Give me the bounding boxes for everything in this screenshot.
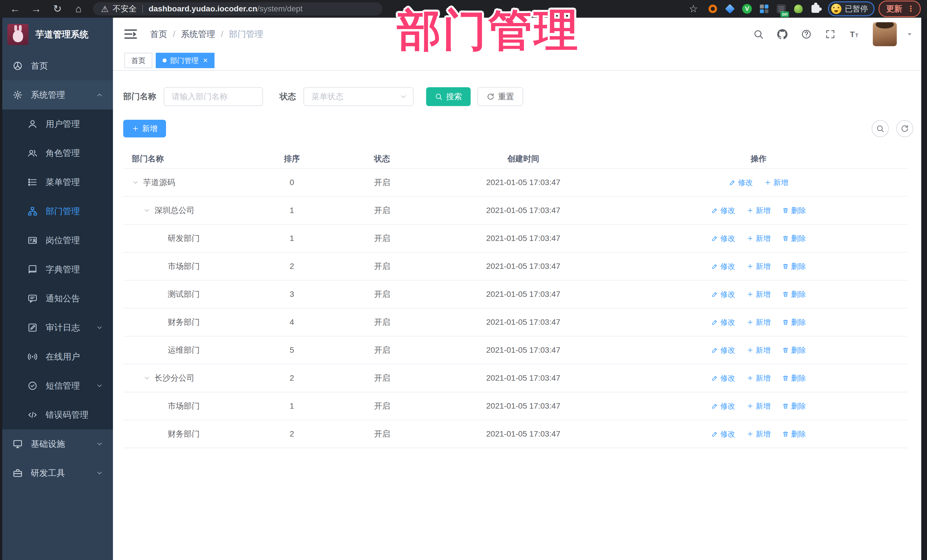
row-action-add[interactable]: 新增 [747,401,771,411]
bookmark-star-icon[interactable]: ☆ [689,3,698,15]
row-action-edit[interactable]: 修改 [729,178,753,188]
dept-name: 芋道源码 [143,177,175,188]
browser-menu-kebab-icon[interactable]: ⋮ [907,5,915,13]
extension-grid-icon[interactable] [759,3,769,14]
dept-name-cell: 运维部门 [123,345,257,355]
row-action-add[interactable]: 新增 [747,345,771,355]
row-action-edit[interactable]: 修改 [711,206,736,216]
row-action-delete[interactable]: 删除 [782,261,806,272]
sidebar-item-user[interactable]: 用户管理 [0,109,113,138]
sidebar-item-errcode[interactable]: 错误码管理 [0,400,113,429]
sidebar-item-sms[interactable]: 短信管理 [0,371,113,400]
sidebar-item-infra[interactable]: 基础设施 [0,429,113,458]
dept-name-cell: 财务部门 [123,317,257,328]
expand-arrow-icon[interactable] [143,207,150,214]
avatar-caret-down-icon[interactable] [906,30,913,38]
row-action-delete[interactable]: 删除 [782,345,806,355]
tab-部门管理[interactable]: 部门管理× [156,53,214,68]
browser-update-button[interactable]: 更新 ⋮ [878,1,921,17]
row-action-edit[interactable]: 修改 [711,317,736,327]
row-action-edit[interactable]: 修改 [711,429,736,439]
sidebar-item-system[interactable]: 系统管理 [0,80,113,109]
dept-name-input[interactable] [164,87,263,106]
font-size-icon[interactable]: TT [849,29,860,39]
sidebar-collapse-icon[interactable] [125,29,137,39]
status-cell: 开启 [327,289,437,300]
sidebar-item-online[interactable]: 在线用户 [0,342,113,371]
system-icon [12,90,23,100]
row-action-edit[interactable]: 修改 [711,290,736,299]
row-action-add[interactable]: 新增 [747,206,771,216]
browser-back-icon[interactable]: ← [5,0,26,18]
sidebar-logo[interactable]: 芋道管理系统 [0,18,113,51]
browser-reload-icon[interactable]: ↻ [47,0,68,18]
sidebar-item-role[interactable]: 角色管理 [0,138,113,168]
row-action-edit[interactable]: 修改 [711,373,736,383]
breadcrumb-item[interactable]: 首页 [150,29,167,40]
actions-cell: 修改新增删除 [609,290,907,299]
extension-orange-icon[interactable] [707,3,718,14]
reset-button[interactable]: 重置 [477,87,523,106]
sidebar-item-notice[interactable]: 通知公告 [0,284,113,313]
sidebar-item-home[interactable]: 首页 [0,51,113,80]
row-action-edit[interactable]: 修改 [711,401,736,411]
breadcrumb: 首页/系统管理/部门管理 [150,29,263,40]
chevron-up-icon [96,91,103,99]
github-icon[interactable] [777,29,788,39]
browser-home-icon[interactable]: ⌂ [68,0,89,18]
breadcrumb-item[interactable]: 系统管理 [181,29,215,40]
row-action-add[interactable]: 新增 [747,234,771,243]
user-avatar[interactable] [873,22,897,46]
row-action-add[interactable]: 新增 [747,429,771,439]
show-search-toggle-button[interactable] [872,120,889,137]
row-action-add[interactable]: 新增 [764,178,789,188]
url-bar[interactable]: ⚠ 不安全 dashboard.yudao.iocoder.cn/system/… [93,2,383,15]
extension-figure-icon[interactable] [793,3,804,14]
row-action-delete[interactable]: 删除 [782,373,806,383]
add-button[interactable]: 新增 [123,120,166,137]
sidebar-item-label: 在线用户 [46,351,80,363]
row-action-edit[interactable]: 修改 [711,261,736,272]
status-select[interactable]: 菜单状态 [304,87,413,106]
search-icon[interactable] [753,29,764,39]
sidebar-item-menu[interactable]: 菜单管理 [0,168,113,197]
row-action-delete[interactable]: 删除 [782,429,806,439]
row-action-edit[interactable]: 修改 [711,345,736,355]
browser-forward-icon[interactable]: → [26,0,47,18]
chevron-down-icon [96,440,103,448]
sidebar-item-dept[interactable]: 部门管理 [0,197,113,226]
dept-name: 市场部门 [168,401,200,411]
row-action-delete[interactable]: 删除 [782,234,806,243]
extension-on-badge-icon[interactable]: on [776,3,787,14]
extension-green-check-icon[interactable]: V [742,3,752,14]
tab-close-icon[interactable]: × [203,56,208,64]
sidebar-item-audit[interactable]: 审计日志 [0,313,113,342]
extension-puzzle-icon[interactable] [810,3,821,14]
sms-icon [27,381,38,391]
toolbar-right-buttons [872,120,913,137]
row-action-add[interactable]: 新增 [747,373,771,383]
row-action-delete[interactable]: 删除 [782,290,806,299]
expand-arrow-icon[interactable] [143,374,150,382]
fullscreen-icon[interactable] [825,29,836,39]
row-action-add[interactable]: 新增 [747,290,771,299]
tab-首页[interactable]: 首页 [125,53,152,68]
row-action-edit[interactable]: 修改 [711,234,736,243]
row-action-delete[interactable]: 删除 [782,317,806,327]
search-button[interactable]: 搜索 [426,87,471,106]
refresh-table-button[interactable] [896,120,913,137]
row-action-add[interactable]: 新增 [747,261,771,272]
sidebar-item-dict[interactable]: 字典管理 [0,255,113,284]
row-action-delete[interactable]: 删除 [782,401,806,411]
row-action-add[interactable]: 新增 [747,317,771,327]
actions-cell: 修改新增删除 [609,429,907,439]
sidebar-item-tools[interactable]: 研发工具 [0,458,113,487]
sidebar-item-post[interactable]: 岗位管理 [0,226,113,255]
extension-gem-icon[interactable] [725,3,736,14]
expand-arrow-icon[interactable] [132,179,139,186]
help-icon[interactable] [801,29,812,39]
errcode-icon [27,410,38,420]
row-action-delete[interactable]: 删除 [782,206,806,216]
profile-paused-pill[interactable]: 已暂停 [828,2,874,16]
tools-icon [12,468,23,478]
